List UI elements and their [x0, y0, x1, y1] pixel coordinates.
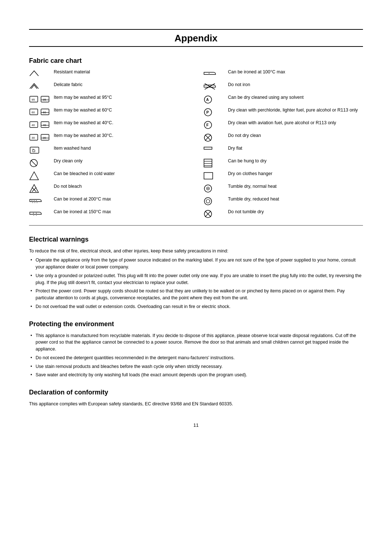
wash-40-icon: 40 40 — [29, 120, 51, 128]
svg-point-35 — [33, 213, 34, 214]
list-item: Do not dry clean — [203, 133, 363, 143]
conformity-text: This appliance complies with European sa… — [29, 401, 363, 408]
iron-200-icon — [29, 197, 51, 204]
resistant-material-icon — [29, 69, 51, 77]
bleach-cold-icon — [29, 171, 51, 181]
svg-point-32 — [36, 200, 37, 201]
svg-text:60: 60 — [32, 111, 35, 114]
list-item: Dry flat — [203, 145, 363, 155]
fabric-care-chart: Resistant material Delicate fabric 95 — [29, 69, 363, 222]
list-item: P Dry clean with perchloride, lighter fu… — [203, 107, 363, 117]
conformity-title: Declaration of conformity — [29, 389, 363, 396]
list-item: 95 95 Item may be washed at 95°C — [29, 94, 189, 105]
hung-dry-label: Can be hung to dry — [228, 158, 363, 164]
dry-flat-label: Dry flat — [228, 145, 363, 151]
fabric-care-title: Fabric care chart — [29, 57, 363, 65]
list-item: 30 30 Item may be washed at 30°C. — [29, 133, 189, 143]
wash-95-icon: 95 95 — [29, 95, 51, 103]
svg-line-22 — [31, 160, 37, 166]
wash-60-icon: 60 60 — [29, 108, 51, 116]
list-item: Resistant material — [29, 69, 189, 79]
no-iron-icon — [203, 82, 225, 90]
dry-clean-p-label: Dry clean with perchloride, lighter fuel… — [228, 107, 363, 113]
dry-flat-icon — [203, 146, 225, 151]
dry-clean-any-icon: A — [203, 95, 225, 104]
no-tumble-dry-label: Do not tumble dry — [228, 209, 363, 215]
dry-clean-f-label: Dry clean with aviation fuel, pure alcoh… — [228, 120, 363, 126]
list-item: Do not exceed the detergent quantities r… — [29, 355, 363, 361]
delicate-fabric-icon — [29, 82, 51, 90]
svg-rect-50 — [204, 159, 212, 167]
iron-150-icon — [29, 209, 51, 217]
list-item: Do not bleach — [29, 183, 189, 194]
environment-title: Protecting the environment — [29, 320, 363, 328]
list-item: Use only a grounded or polarized outlet.… — [29, 272, 363, 286]
list-item: This appliance is manufactured from recy… — [29, 332, 363, 353]
svg-text:A: A — [206, 98, 209, 102]
list-item: Operate the appliance only from the type… — [29, 257, 363, 271]
wash-60-label: Item may be washed at 60°C — [54, 107, 189, 113]
list-item: Save water and electricity by only washi… — [29, 372, 363, 378]
hanger-dry-icon — [203, 171, 225, 181]
dry-clean-only-icon — [29, 158, 51, 168]
hand-wash-icon — [29, 146, 51, 154]
svg-point-58 — [204, 198, 212, 205]
list-item: Tumble dry, normal heat — [203, 183, 363, 194]
svg-rect-54 — [204, 173, 213, 179]
iron-100-label: Can be ironed at 100°C max — [228, 69, 363, 75]
electrical-bullets: Operate the appliance only from the type… — [29, 257, 363, 310]
iron-150-label: Can be ironed at 150°C max — [54, 209, 189, 215]
resistant-material-label: Resistant material — [54, 69, 189, 75]
list-item: A Can be dry cleaned using any solvent — [203, 94, 363, 105]
list-item: Do not tumble dry — [203, 209, 363, 219]
svg-text:F: F — [207, 123, 209, 127]
dry-clean-f-icon: F — [203, 120, 225, 130]
tumble-dry-reduced-icon — [203, 197, 225, 206]
wash-30-icon: 30 30 — [29, 133, 51, 141]
wash-95-label: Item may be washed at 95°C — [54, 94, 189, 101]
hanger-dry-label: Dry on clothes hanger — [228, 171, 363, 177]
hung-dry-icon — [203, 158, 225, 168]
page-number: 11 — [29, 422, 363, 428]
list-item: 40 40 Item may be washed at 40°C. — [29, 120, 189, 130]
dry-clean-p-icon: P — [203, 108, 225, 117]
tumble-dry-reduced-label: Tumble dry, reduced heat — [228, 196, 363, 202]
list-item: Can be ironed at 150°C max — [29, 209, 189, 219]
dry-clean-only-label: Dry clean only — [54, 158, 189, 164]
no-bleach-label: Do not bleach — [54, 183, 189, 190]
list-item: Dry clean only — [29, 158, 189, 168]
list-item: Item washed hand — [29, 145, 189, 155]
svg-point-36 — [36, 213, 37, 214]
svg-text:95: 95 — [32, 98, 35, 101]
svg-text:P: P — [207, 110, 209, 114]
list-item: 60 60 Item may be washed at 60°C — [29, 107, 189, 117]
electrical-title: Electrical warnings — [29, 236, 363, 243]
fabric-left-column: Resistant material Delicate fabric 95 — [29, 69, 189, 222]
list-item: Dry on clothes hanger — [203, 171, 363, 181]
iron-200-label: Can be ironed at 200°C max — [54, 196, 189, 202]
svg-rect-20 — [30, 147, 39, 153]
svg-point-37 — [209, 73, 209, 74]
list-item: Tumble dry, reduced heat — [203, 196, 363, 206]
hand-wash-label: Item washed hand — [54, 145, 189, 151]
list-item: Protect the power cord. Power supply cor… — [29, 288, 363, 301]
wash-40-label: Item may be washed at 40°C. — [54, 120, 189, 126]
tumble-dry-normal-label: Tumble dry, normal heat — [228, 183, 363, 190]
wash-30-label: Item may be washed at 30°C. — [54, 133, 189, 139]
environment-bullets: This appliance is manufactured from recy… — [29, 332, 363, 379]
no-bleach-icon — [29, 184, 51, 193]
list-item: Can be ironed at 200°C max — [29, 196, 189, 206]
svg-point-59 — [206, 199, 210, 203]
svg-marker-24 — [30, 185, 38, 193]
svg-point-31 — [34, 200, 34, 201]
no-iron-label: Do not iron — [228, 82, 363, 88]
electrical-intro: To reduce the risk of fire, electrical s… — [29, 248, 363, 255]
svg-text:40: 40 — [32, 123, 35, 127]
list-item: Use stain removal products and bleaches … — [29, 363, 363, 370]
svg-point-30 — [32, 200, 32, 201]
list-item: F Dry clean with aviation fuel, pure alc… — [203, 120, 363, 130]
svg-marker-23 — [30, 172, 38, 180]
page-title: Appendix — [29, 29, 363, 47]
svg-rect-49 — [204, 147, 212, 149]
no-tumble-dry-icon — [203, 209, 225, 219]
